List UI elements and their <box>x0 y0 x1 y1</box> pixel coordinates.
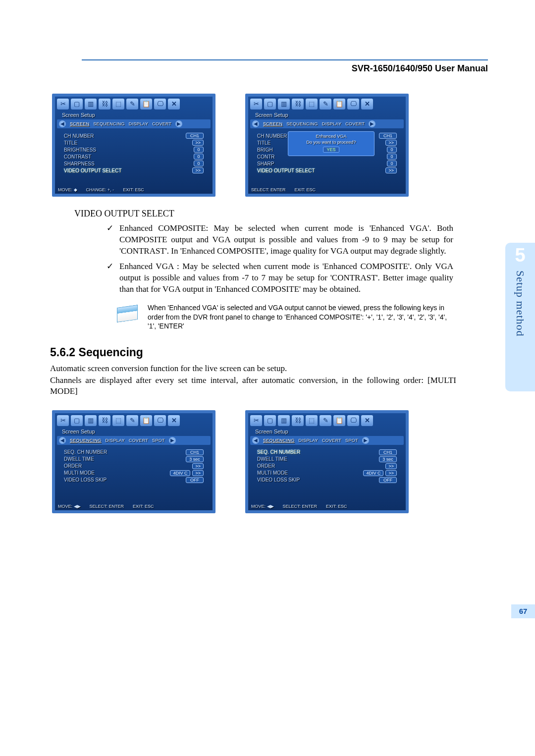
tool-icon: ▢ <box>264 99 276 109</box>
page-content: SVR-1650/1640/950 User Manual ✂ ▢ ▥ ⛓ ⬚ … <box>47 59 488 525</box>
row-label: CONTRAST <box>64 154 91 160</box>
row-value[interactable]: CH1 <box>379 449 397 455</box>
row-label: CH NUMBER <box>257 133 287 139</box>
page-title: SVR-1650/1640/950 User Manual <box>82 59 488 74</box>
tab[interactable]: SEQUENCING <box>93 121 125 126</box>
row-value[interactable]: >> <box>385 140 397 146</box>
row-value[interactable]: CH1 <box>186 449 204 455</box>
footer-hints: MOVE: ◀▶ SELECT: ENTER EXIT: ESC <box>251 504 403 509</box>
list-item: Enhanced VGA : May be selected when curr… <box>107 261 453 295</box>
row-value[interactable]: 0 <box>387 147 397 153</box>
tool-icon: ✎ <box>320 99 331 109</box>
row-value[interactable]: OFF <box>379 477 397 483</box>
row-value[interactable]: 4DIV C <box>363 470 383 476</box>
chapter-label: Setup method <box>514 270 527 337</box>
body-text: Automatic screen conversion function for… <box>50 363 456 374</box>
tool-icon: 🖵 <box>154 415 166 426</box>
panel-title: Screen Setup <box>57 428 211 436</box>
dvr-screen-1: ✂ ▢ ▥ ⛓ ⬚ ✎ 📋 🖵 ✕ Screen Setup ◀ SCREEN … <box>52 94 215 197</box>
row-value[interactable]: 3 sec <box>379 456 397 462</box>
row-value[interactable]: >> <box>385 167 397 173</box>
arrow-right-icon[interactable]: ▶ <box>175 120 182 127</box>
arrow-left-icon[interactable]: ◀ <box>252 120 259 127</box>
toolbar: ✂ ▢ ▥ ⛓ ⬚ ✎ 📋 🖵 ✕ <box>57 415 211 426</box>
tab[interactable]: SCREEN <box>70 121 89 126</box>
row-label: VIDEO LOSS SKIP <box>64 477 107 483</box>
hint: EXIT: ESC <box>133 504 154 509</box>
tool-icon: ⛓ <box>99 415 110 426</box>
close-icon: ✕ <box>168 415 180 426</box>
tab[interactable]: SEQUENCING <box>70 438 102 443</box>
tab-bar: ◀ SCREEN SEQUENCING DISPLAY COVERT ▶ <box>250 119 404 128</box>
tab[interactable]: SPOT <box>152 438 165 443</box>
row-value[interactable]: >> <box>192 140 204 146</box>
row-extra[interactable]: >> <box>192 470 204 476</box>
note-text: When 'Enhanced VGA' is selected and VGA … <box>148 303 456 331</box>
hint: SELECT: ENTER <box>90 504 124 509</box>
arrow-left-icon[interactable]: ◀ <box>59 120 66 127</box>
row-value[interactable]: 0 <box>387 154 397 160</box>
row-value[interactable]: >> <box>385 463 397 469</box>
popup-yes-button[interactable]: YES <box>323 147 339 153</box>
row-label: SEQ. CH NUMBER <box>64 449 107 455</box>
dvr-screen-3: ✂ ▢ ▥ ⛓ ⬚ ✎ 📋 🖵 ✕ Screen Setup ◀ SEQUENC… <box>52 410 215 513</box>
screenshot-row-top: ✂ ▢ ▥ ⛓ ⬚ ✎ 📋 🖵 ✕ Screen Setup ◀ SCREEN … <box>52 94 488 197</box>
tab[interactable]: COVERT <box>129 438 148 443</box>
tool-icon: ▢ <box>264 415 276 426</box>
close-icon: ✕ <box>168 99 180 109</box>
tab[interactable]: DISPLAY <box>106 438 125 443</box>
tool-icon: ⬚ <box>306 99 318 109</box>
arrow-right-icon[interactable]: ▶ <box>362 437 369 444</box>
tab[interactable]: COVERT <box>345 121 365 126</box>
tool-icon: ✂ <box>57 415 69 426</box>
chapter-number: 5 <box>505 246 535 265</box>
note-block: When 'Enhanced VGA' is selected and VGA … <box>114 303 456 331</box>
arrow-left-icon[interactable]: ◀ <box>252 437 259 444</box>
tab[interactable]: DISPLAY <box>129 121 148 126</box>
tab[interactable]: SPOT <box>345 438 358 443</box>
arrow-right-icon[interactable]: ▶ <box>169 437 176 444</box>
tool-icon: ⛓ <box>99 99 110 109</box>
section-label: VIDEO OUTPUT SELECT <box>74 209 488 219</box>
tab[interactable]: COVERT <box>152 121 171 126</box>
row-label: BRIGH <box>257 147 273 153</box>
footer-hints: SELECT: ENTER EXIT: ESC <box>251 187 403 192</box>
tab[interactable]: SCREEN <box>263 121 282 126</box>
menu-body: SEQ. CH NUMBERCH1 DWELL TIME3 sec ORDER>… <box>250 445 404 509</box>
row-label: ORDER <box>257 463 275 469</box>
row-value[interactable]: >> <box>192 463 204 469</box>
hint: SELECT: ENTER <box>283 504 318 509</box>
row-value[interactable]: CH1 <box>379 133 397 139</box>
row-value[interactable]: 0 <box>194 147 204 153</box>
tab[interactable]: SEQUENCING <box>263 438 295 443</box>
row-value[interactable]: 0 <box>194 161 204 166</box>
row-value[interactable]: OFF <box>186 477 204 483</box>
row-value[interactable]: 4DIV C <box>170 470 190 476</box>
list-item: Enhanced COMPOSITE: May be selected when… <box>107 223 453 257</box>
popup-title: Enhanced VGA <box>291 134 371 139</box>
toolbar: ✂ ▢ ▥ ⛓ ⬚ ✎ 📋 🖵 ✕ <box>250 99 404 109</box>
tool-icon: 🖵 <box>347 415 359 426</box>
arrow-left-icon[interactable]: ◀ <box>59 437 66 444</box>
menu-body: SEQ. CH NUMBERCH1 DWELL TIME3 sec ORDER>… <box>57 445 211 509</box>
row-extra[interactable]: >> <box>385 470 397 476</box>
tab[interactable]: DISPLAY <box>322 121 341 126</box>
tab[interactable]: COVERT <box>322 438 341 443</box>
confirm-popup: Enhanced VGA Do you want to proceed? YES <box>288 131 374 156</box>
row-label: VIDEO LOSS SKIP <box>257 477 300 483</box>
tab[interactable]: DISPLAY <box>299 438 318 443</box>
row-value[interactable]: >> <box>192 167 204 173</box>
row-label: DWELL TIME <box>64 456 94 462</box>
tool-icon: ⬚ <box>112 415 124 426</box>
row-value[interactable]: 3 sec <box>186 456 204 462</box>
arrow-right-icon[interactable]: ▶ <box>369 120 375 127</box>
close-icon: ✕ <box>361 99 373 109</box>
tab[interactable]: SEQUENCING <box>286 121 318 126</box>
row-value[interactable]: CH1 <box>186 133 204 139</box>
tool-icon: ▥ <box>85 99 97 109</box>
page-number: 67 <box>511 604 535 618</box>
row-value[interactable]: 0 <box>194 154 204 160</box>
tab-bar: ◀ SEQUENCING DISPLAY COVERT SPOT ▶ <box>57 436 211 445</box>
screenshot-row-bottom: ✂ ▢ ▥ ⛓ ⬚ ✎ 📋 🖵 ✕ Screen Setup ◀ SEQUENC… <box>52 410 488 513</box>
row-value[interactable]: 0 <box>387 161 397 166</box>
